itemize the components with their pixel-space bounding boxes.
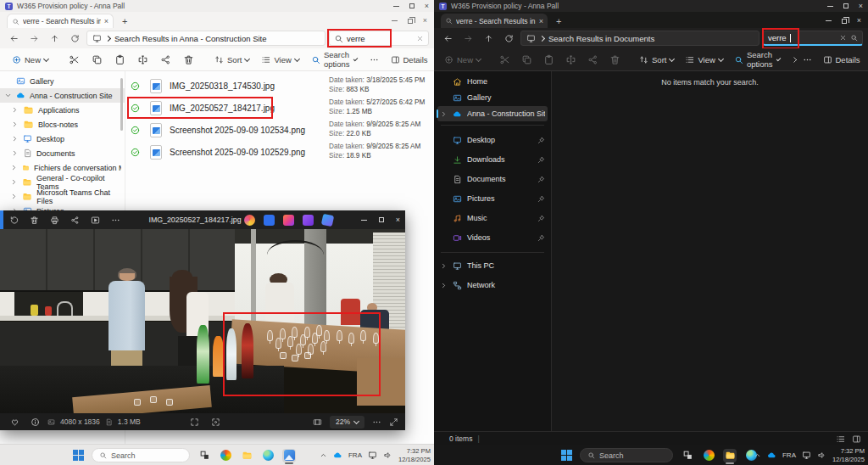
cut-button[interactable]: [494, 50, 515, 69]
teams-taskbar-icon[interactable]: [702, 449, 715, 462]
up-button[interactable]: [46, 31, 63, 46]
sidebar-item-onedrive[interactable]: Anna - Construction Site: [437, 106, 548, 121]
filmstrip-icon[interactable]: [313, 417, 322, 427]
refresh-button[interactable]: [66, 31, 83, 46]
sidebar-item-desktop[interactable]: Desktop: [0, 132, 125, 146]
more-options-button[interactable]: [798, 50, 817, 69]
edge-taskbar-icon[interactable]: [261, 449, 275, 462]
clipchamp-icon[interactable]: [303, 215, 314, 226]
rename-button[interactable]: [132, 50, 153, 69]
refresh-button[interactable]: [500, 31, 517, 46]
sidebar-item-pictures[interactable]: Pictures: [437, 191, 548, 206]
onedrive-tray-icon[interactable]: [767, 451, 776, 460]
restore-icon[interactable]: [842, 19, 847, 24]
sidebar-item-general-teams[interactable]: General - Co-copilot Teams: [0, 175, 125, 189]
file-explorer-taskbar-icon[interactable]: [723, 449, 737, 462]
back-button[interactable]: [439, 31, 456, 46]
speaker-tray-icon[interactable]: [383, 451, 392, 460]
sidebar-scrollbar[interactable]: [120, 78, 123, 131]
start-button[interactable]: [73, 450, 84, 461]
forward-button[interactable]: [25, 31, 42, 46]
sidebar-item-desktop[interactable]: Desktop: [437, 132, 548, 148]
large-icons-toggle-icon[interactable]: [852, 434, 861, 444]
close-icon[interactable]: ×: [859, 3, 863, 10]
edit-image-icon[interactable]: [264, 215, 275, 226]
close-icon[interactable]: ×: [857, 17, 861, 25]
rotate-button[interactable]: [3, 210, 24, 229]
tab-close-icon[interactable]: ×: [539, 17, 543, 25]
rename-button[interactable]: [560, 50, 581, 69]
new-tab-button[interactable]: +: [122, 16, 127, 28]
sidebar-item-teams-chat-files[interactable]: Microsoft Teams Chat Files: [0, 189, 125, 204]
copy-button[interactable]: [516, 50, 537, 69]
share-button[interactable]: [64, 210, 85, 229]
left-explorer-tab[interactable]: verre - Search Results in Anna ×: [7, 14, 114, 28]
tray-chevron-icon[interactable]: [320, 451, 327, 459]
sidebar-item-gallery[interactable]: Gallery: [437, 90, 548, 105]
device-tray-icon[interactable]: [368, 451, 377, 460]
photo-content[interactable]: [0, 229, 405, 413]
address-field[interactable]: Search Results in Anna - Construction Si…: [86, 31, 326, 46]
sidebar-item-documents[interactable]: Documents: [0, 146, 125, 160]
right-search-box[interactable]: verre: [763, 31, 863, 46]
minimize-icon[interactable]: [826, 20, 832, 21]
taskbar-clock[interactable]: 7:32 PM12/18/2025: [832, 447, 865, 463]
close-search-button[interactable]: Close se: [787, 50, 797, 69]
minimize-icon[interactable]: [827, 6, 833, 7]
details-pane-button[interactable]: Details: [818, 50, 865, 69]
right-explorer-tab[interactable]: verre - Search Results in Docu ×: [441, 14, 548, 28]
delete-button[interactable]: [178, 50, 199, 69]
paste-button[interactable]: [538, 50, 559, 69]
clear-search-icon[interactable]: [839, 34, 847, 42]
delete-button[interactable]: [24, 210, 44, 229]
sidebar-item-gallery[interactable]: Gallery: [0, 74, 125, 88]
view-button[interactable]: View: [256, 50, 303, 69]
language-indicator[interactable]: FRA: [782, 451, 796, 459]
search-icon[interactable]: [850, 34, 858, 42]
visual-search-icon[interactable]: [211, 417, 220, 427]
paint-icon[interactable]: [321, 213, 334, 226]
fullscreen-icon[interactable]: [389, 417, 398, 427]
language-indicator[interactable]: FRA: [348, 451, 362, 459]
task-view-button[interactable]: [198, 449, 211, 462]
left-search-box[interactable]: verre: [329, 31, 429, 46]
maximize-icon[interactable]: [409, 3, 415, 8]
zoom-fit-icon[interactable]: [190, 417, 199, 427]
taskbar-search[interactable]: Search: [92, 448, 190, 462]
search-options-button[interactable]: Search options: [306, 50, 363, 69]
photos-taskbar-icon[interactable]: [282, 449, 296, 462]
slideshow-button[interactable]: [85, 210, 105, 229]
copy-button[interactable]: [86, 50, 108, 69]
sidebar-item-documents[interactable]: Documents: [437, 171, 548, 187]
paste-button[interactable]: [109, 50, 131, 69]
address-field[interactable]: Search Results in Documents: [520, 31, 760, 46]
sidebar-item-downloads[interactable]: Downloads: [437, 152, 548, 167]
file-explorer-taskbar-icon[interactable]: [240, 449, 253, 462]
file-row[interactable]: IMG_20250318_174530.jpg Date taken: 3/18…: [125, 75, 434, 97]
onedrive-tray-icon[interactable]: [333, 451, 342, 460]
taskbar-search[interactable]: Search: [580, 448, 673, 462]
sidebar-item-fichiers-conversation[interactable]: Fichiers de conversation Microsoft Co: [0, 160, 125, 175]
sort-button[interactable]: Sort: [634, 50, 679, 69]
maximize-icon[interactable]: [843, 3, 849, 8]
minimize-icon[interactable]: [361, 220, 367, 221]
share-button[interactable]: [155, 50, 176, 69]
favorite-button[interactable]: [7, 412, 22, 431]
maximize-icon[interactable]: [379, 217, 384, 222]
new-button[interactable]: New: [7, 50, 53, 69]
sidebar-item-music[interactable]: Music: [437, 210, 548, 226]
photos-edit-icon[interactable]: [244, 215, 255, 226]
cut-button[interactable]: [64, 50, 85, 69]
speaker-tray-icon[interactable]: [817, 451, 826, 460]
close-icon[interactable]: ×: [425, 3, 429, 10]
info-button[interactable]: [27, 412, 42, 431]
minimize-icon[interactable]: [392, 20, 398, 21]
more-options-button[interactable]: [364, 50, 384, 69]
sidebar-item-network[interactable]: Network: [437, 277, 548, 293]
details-view-toggle-icon[interactable]: [836, 434, 845, 444]
sidebar-item-videos[interactable]: Videos: [437, 230, 548, 245]
sort-button[interactable]: Sort: [209, 50, 254, 69]
search-options-button[interactable]: Search options: [729, 50, 786, 69]
clear-search-icon[interactable]: [416, 35, 424, 42]
start-button[interactable]: [561, 450, 572, 461]
